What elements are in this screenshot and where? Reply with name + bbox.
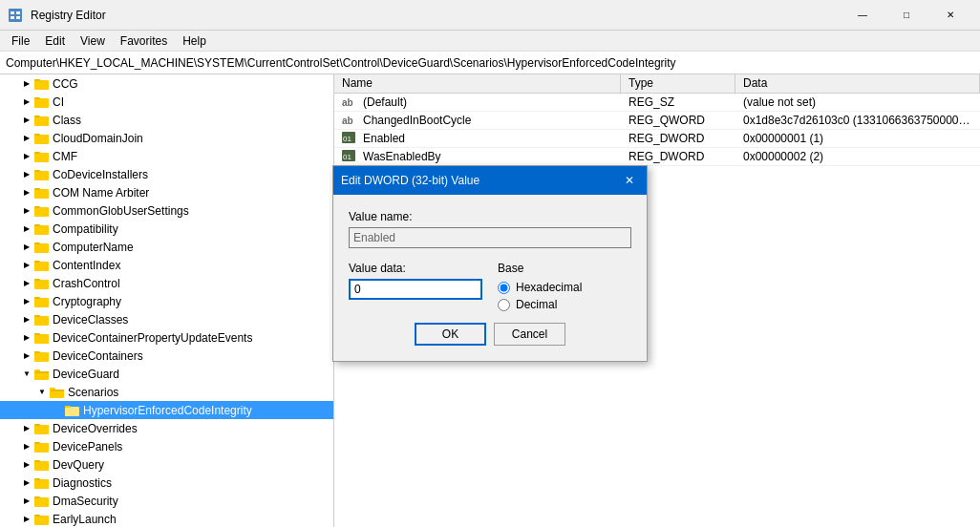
- dialog-row: Value data: Base Hexadecimal Decimal: [349, 262, 631, 311]
- dialog-body: Value name: Value data: Base Hexadecimal: [333, 195, 647, 361]
- edit-dword-dialog: Edit DWORD (32-bit) Value ✕ Value name: …: [332, 165, 648, 362]
- value-name-label: Value name:: [349, 210, 631, 223]
- value-name-input[interactable]: [349, 227, 631, 248]
- dialog-title: Edit DWORD (32-bit) Value: [341, 174, 479, 187]
- radio-group: Hexadecimal Decimal: [498, 281, 631, 311]
- dialog-title-bar: Edit DWORD (32-bit) Value ✕: [333, 166, 647, 195]
- value-data-input[interactable]: [349, 279, 482, 300]
- value-data-label: Value data:: [349, 262, 482, 275]
- hexadecimal-radio[interactable]: [498, 282, 510, 294]
- dialog-buttons: OK Cancel: [349, 323, 631, 346]
- radio-hexadecimal[interactable]: Hexadecimal: [498, 281, 631, 294]
- dialog-overlay: Edit DWORD (32-bit) Value ✕ Value name: …: [0, 0, 980, 527]
- hexadecimal-label: Hexadecimal: [516, 281, 582, 294]
- radio-decimal[interactable]: Decimal: [498, 298, 631, 311]
- dialog-close-button[interactable]: ✕: [620, 171, 639, 190]
- value-data-section: Value data:: [349, 262, 482, 311]
- cancel-button[interactable]: Cancel: [494, 323, 565, 346]
- base-section: Base Hexadecimal Decimal: [498, 262, 631, 311]
- ok-button[interactable]: OK: [415, 323, 486, 346]
- decimal-radio[interactable]: [498, 299, 510, 311]
- base-label: Base: [498, 262, 631, 275]
- decimal-label: Decimal: [516, 298, 557, 311]
